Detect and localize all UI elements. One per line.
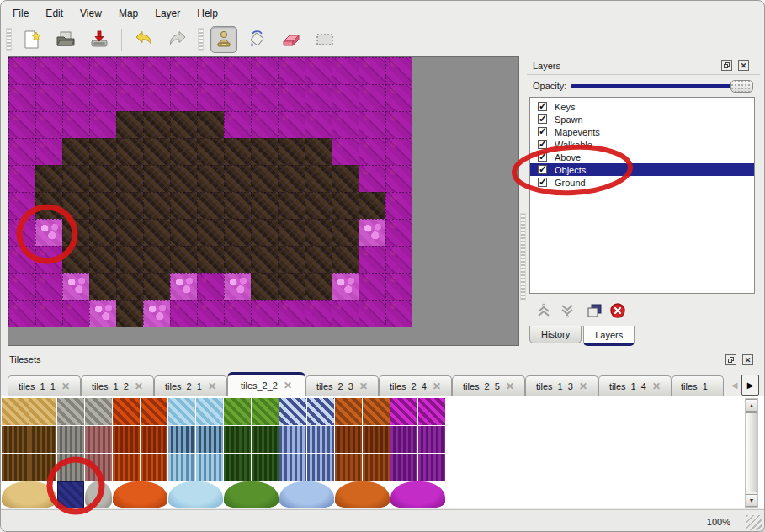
- map-tile[interactable]: [35, 57, 62, 84]
- map-tile[interactable]: [143, 57, 170, 84]
- map-tile[interactable]: [385, 57, 412, 84]
- palette-tile-selected[interactable]: [57, 481, 84, 508]
- palette-tile[interactable]: [307, 398, 334, 425]
- scrollbar-thumb[interactable]: [746, 412, 757, 492]
- map-tile[interactable]: [8, 111, 35, 138]
- map-tile[interactable]: [359, 84, 385, 111]
- duplicate-layer-button[interactable]: [584, 301, 604, 321]
- map-tile[interactable]: [332, 300, 359, 327]
- map-tile[interactable]: [35, 192, 62, 219]
- map-tile[interactable]: [305, 219, 332, 246]
- stamp-tool-button[interactable]: [210, 26, 237, 53]
- map-tile[interactable]: [332, 84, 359, 111]
- map-tile[interactable]: [89, 273, 116, 300]
- layer-row-mapevents[interactable]: Mapevents: [530, 125, 754, 138]
- palette-tile[interactable]: [196, 454, 223, 481]
- map-tile[interactable]: [305, 246, 332, 273]
- map-tile[interactable]: [35, 273, 62, 300]
- map-tile[interactable]: [385, 138, 412, 165]
- map-tile[interactable]: [224, 192, 251, 219]
- layer-row-above[interactable]: Above: [530, 151, 754, 163]
- map-tile[interactable]: [278, 84, 305, 111]
- layer-visibility-checkbox[interactable]: [538, 127, 547, 136]
- palette-tile[interactable]: [252, 398, 279, 425]
- map-tile[interactable]: [359, 300, 385, 327]
- map-tile[interactable]: [251, 273, 278, 300]
- map-tile[interactable]: [8, 138, 35, 165]
- map-tile[interactable]: [332, 165, 359, 192]
- map-tile[interactable]: [170, 273, 197, 300]
- map-tile[interactable]: [62, 192, 89, 219]
- opacity-slider[interactable]: [571, 79, 753, 93]
- palette-scrollbar[interactable]: ▲ ▼: [745, 398, 758, 508]
- palette-tile[interactable]: [252, 426, 279, 453]
- map-tile[interactable]: [224, 246, 251, 273]
- map-tile[interactable]: [332, 138, 359, 165]
- fill-tool-button[interactable]: [244, 26, 271, 53]
- close-tab-icon[interactable]: ✕: [135, 380, 143, 392]
- tileset-tab-tiles_2_5[interactable]: tiles_2_5✕: [452, 375, 525, 396]
- map-tile[interactable]: [359, 138, 385, 165]
- palette-tile[interactable]: [390, 426, 417, 453]
- map-tile[interactable]: [8, 219, 35, 246]
- resize-grip-icon[interactable]: [746, 515, 762, 530]
- redo-button[interactable]: [164, 26, 191, 53]
- map-tile[interactable]: [35, 111, 62, 138]
- map-tile[interactable]: [197, 138, 224, 165]
- open-button[interactable]: [52, 26, 79, 53]
- palette-tile[interactable]: [113, 454, 140, 481]
- palette-tile[interactable]: [57, 398, 84, 425]
- map-tile[interactable]: [305, 192, 332, 219]
- palette-tile[interactable]: [113, 426, 140, 453]
- map-tile[interactable]: [305, 165, 332, 192]
- layer-visibility-checkbox[interactable]: [538, 178, 547, 187]
- opacity-slider-thumb[interactable]: [730, 80, 753, 93]
- map-tile[interactable]: [278, 273, 305, 300]
- layer-visibility-checkbox[interactable]: [538, 140, 547, 149]
- palette-tile[interactable]: [29, 398, 56, 425]
- map-tile[interactable]: [197, 273, 224, 300]
- close-tab-icon[interactable]: ✕: [433, 380, 441, 392]
- map-tile[interactable]: [224, 273, 251, 300]
- layer-row-objects[interactable]: Objects: [530, 163, 754, 176]
- map-tile[interactable]: [359, 192, 385, 219]
- map-tile[interactable]: [89, 246, 116, 273]
- map-tile[interactable]: [278, 246, 305, 273]
- map-tile[interactable]: [278, 57, 305, 84]
- palette-tile[interactable]: [2, 426, 29, 453]
- palette-tile[interactable]: [85, 481, 112, 508]
- map-tile[interactable]: [305, 111, 332, 138]
- tileset-tab-tiles_1_3[interactable]: tiles_1_3✕: [525, 375, 598, 396]
- map-tile[interactable]: [359, 57, 385, 84]
- palette-tile[interactable]: [335, 481, 390, 508]
- tileset-tab-tiles_2_4[interactable]: tiles_2_4✕: [379, 375, 452, 396]
- scroll-tabs-right-button[interactable]: ▶: [741, 375, 759, 396]
- map-tile[interactable]: [116, 219, 143, 246]
- palette-tile[interactable]: [307, 454, 334, 481]
- move-layer-down-button[interactable]: [557, 301, 577, 321]
- map-tile[interactable]: [143, 273, 170, 300]
- map-tile[interactable]: [197, 111, 224, 138]
- map-tile[interactable]: [8, 273, 35, 300]
- map-tile[interactable]: [251, 111, 278, 138]
- map-tile[interactable]: [89, 165, 116, 192]
- map-tile[interactable]: [224, 165, 251, 192]
- map-tile[interactable]: [62, 246, 89, 273]
- map-tile[interactable]: [224, 57, 251, 84]
- palette-tile[interactable]: [168, 454, 195, 481]
- palette-tile[interactable]: [113, 398, 140, 425]
- palette-tile[interactable]: [279, 454, 306, 481]
- map-tile[interactable]: [385, 219, 412, 246]
- palette-tile[interactable]: [335, 398, 362, 425]
- map-tile[interactable]: [35, 138, 62, 165]
- palette-tile[interactable]: [224, 454, 251, 481]
- map-tile[interactable]: [197, 219, 224, 246]
- map-tile[interactable]: [332, 192, 359, 219]
- save-button[interactable]: [86, 26, 113, 53]
- map-tile[interactable]: [62, 165, 89, 192]
- map-tile[interactable]: [8, 84, 35, 111]
- map-tile[interactable]: [385, 300, 412, 327]
- map-tile[interactable]: [62, 57, 89, 84]
- map-tile[interactable]: [89, 57, 116, 84]
- map-tile[interactable]: [278, 165, 305, 192]
